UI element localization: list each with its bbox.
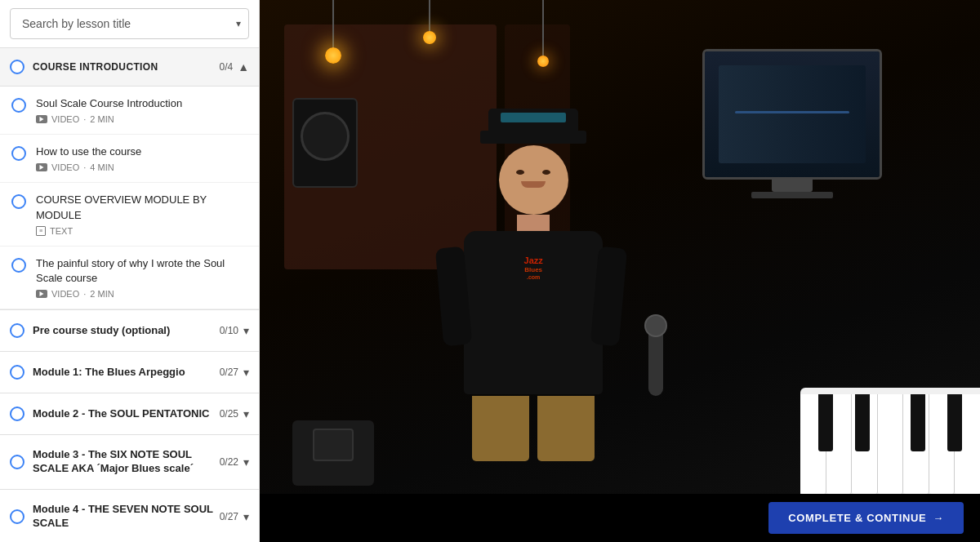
text-doc-icon: ≡ <box>36 226 46 236</box>
lesson-duration: 4 MIN <box>90 162 114 172</box>
lesson-circle-icon <box>11 98 26 113</box>
module-progress: 0/27 <box>220 511 238 522</box>
module-circle-icon <box>10 323 24 338</box>
lesson-separator: · <box>83 114 86 124</box>
course-intro-chevron-icon: ▲ <box>238 60 249 73</box>
lesson-type: VIDEO <box>51 289 79 299</box>
lesson-item[interactable]: COURSE OVERVIEW MODULE BY MODULE ≡ TEXT <box>0 183 259 246</box>
chevron-down-icon: ▾ <box>243 407 249 420</box>
lesson-title: The painful story of why I wrote the Sou… <box>36 256 249 286</box>
lesson-separator: · <box>83 289 86 299</box>
search-container: Search by lesson title ▾ <box>0 0 259 48</box>
module-row-title: Module 1: The Blues Arpeggio <box>33 366 185 380</box>
module-row-2[interactable]: Module 2 - The SOUL PENTATONIC 0/25 ▾ <box>0 393 259 435</box>
microphone <box>648 322 663 396</box>
search-input[interactable]: Search by lesson title <box>10 8 249 39</box>
complete-continue-button[interactable]: COMPLETE & CONTINUE → <box>768 502 964 534</box>
camera-equipment <box>292 420 374 486</box>
course-intro-lessons: Soul Scale Course Introduction VIDEO · 2… <box>0 87 259 310</box>
lesson-circle-icon <box>11 194 26 209</box>
lesson-duration: 2 MIN <box>90 289 114 299</box>
video-icon <box>36 290 47 298</box>
piano <box>800 388 980 494</box>
course-intro-circle-icon <box>10 60 24 74</box>
course-intro-progress: 0/4 <box>219 61 233 73</box>
module-row-4[interactable]: Module 4 - THE SEVEN NOTE SOUL SCALE 0/2… <box>0 490 259 542</box>
speaker <box>292 98 358 188</box>
module-progress: 0/10 <box>220 325 238 336</box>
lesson-title: Soul Scale Course Introduction <box>36 96 249 111</box>
lesson-type: TEXT <box>50 226 73 236</box>
monitor <box>702 49 882 198</box>
video-still: Jazz Blues .com <box>260 0 980 494</box>
module-row-precourse[interactable]: Pre course study (optional) 0/10 ▾ <box>0 310 259 352</box>
chevron-down-icon: ▾ <box>243 324 249 337</box>
lesson-type: VIDEO <box>51 114 79 124</box>
lesson-item[interactable]: How to use the course VIDEO · 4 MIN <box>0 135 259 183</box>
lesson-duration: 2 MIN <box>90 114 114 124</box>
lesson-item[interactable]: Soul Scale Course Introduction VIDEO · 2… <box>0 87 259 135</box>
lesson-type: VIDEO <box>51 162 79 172</box>
main-content: Jazz Blues .com <box>260 0 980 542</box>
module-progress: 0/25 <box>220 408 238 420</box>
module-row-3[interactable]: Module 3 - The SIX NOTE SOUL SCALE AKA ´… <box>0 435 259 490</box>
person: Jazz Blues .com <box>464 109 603 461</box>
chevron-down-icon: ▾ <box>243 455 249 469</box>
lesson-circle-icon <box>11 146 26 161</box>
lesson-item[interactable]: The painful story of why I wrote the Sou… <box>0 247 259 309</box>
sidebar: Search by lesson title ▾ COURSE INTRODUC… <box>0 0 260 542</box>
course-intro-title: COURSE INTRODUCTION <box>33 61 158 73</box>
video-icon <box>36 115 47 123</box>
module-row-title: Module 4 - THE SEVEN NOTE SOUL SCALE <box>33 503 220 531</box>
module-row-title: Module 3 - The SIX NOTE SOUL SCALE AKA ´… <box>33 448 220 476</box>
module-row-1[interactable]: Module 1: The Blues Arpeggio 0/27 ▾ <box>0 352 259 393</box>
module-progress: 0/22 <box>220 456 238 468</box>
module-row-title: Module 2 - The SOUL PENTATONIC <box>33 407 209 421</box>
module-circle-icon <box>10 455 24 469</box>
module-progress: 0/27 <box>220 367 238 378</box>
complete-btn-label: COMPLETE & CONTINUE <box>788 512 926 524</box>
module-circle-icon <box>10 406 24 421</box>
video-area: Jazz Blues .com <box>260 0 980 494</box>
lesson-title: How to use the course <box>36 144 249 159</box>
lesson-title: COURSE OVERVIEW MODULE BY MODULE <box>36 193 249 222</box>
module-circle-icon <box>10 509 24 524</box>
lesson-circle-icon <box>11 258 26 273</box>
module-circle-icon <box>10 365 24 380</box>
course-intro-header[interactable]: COURSE INTRODUCTION 0/4 ▲ <box>0 48 259 87</box>
lesson-separator: · <box>83 162 86 172</box>
video-icon <box>36 163 47 171</box>
chevron-down-icon: ▾ <box>243 510 249 523</box>
complete-btn-arrow-icon: → <box>933 512 944 524</box>
chevron-down-icon: ▾ <box>243 366 249 379</box>
module-row-title: Pre course study (optional) <box>33 324 170 338</box>
bottom-bar: COMPLETE & CONTINUE → <box>260 494 980 542</box>
